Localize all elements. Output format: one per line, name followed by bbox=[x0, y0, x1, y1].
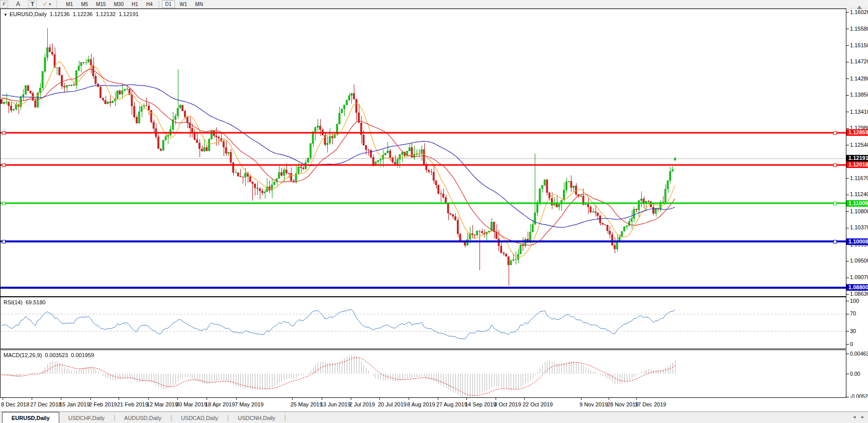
date-axis-tick-mark bbox=[379, 398, 380, 400]
date-axis-label: 20 Jul 2019 bbox=[378, 401, 407, 407]
level-price-badge: 1.10008 bbox=[846, 238, 868, 245]
timeframe-button-mn[interactable]: MN bbox=[191, 1, 207, 8]
timeframe-button-m30[interactable]: M30 bbox=[111, 1, 127, 8]
price-axis-tick-mark bbox=[846, 78, 849, 79]
date-axis-label: 27 Dec 2018 bbox=[30, 401, 61, 407]
symbol-tab-usdcad[interactable]: USDCAD,Daily bbox=[172, 412, 227, 423]
date-axis-label: 14 Sep 2019 bbox=[465, 401, 496, 407]
price-axis-tick-mark bbox=[846, 45, 849, 46]
tab-scroll-buttons: ◄ ► bbox=[852, 414, 865, 419]
date-axis-tick-mark bbox=[409, 398, 409, 400]
text-label-tool-icon[interactable]: T bbox=[28, 1, 37, 8]
price-axis-label: 1.10370 bbox=[850, 224, 868, 231]
rsi-axis-label: 100 bbox=[850, 298, 859, 304]
timeframe-button-h1[interactable]: H1 bbox=[128, 1, 142, 8]
price-axis-tick-mark bbox=[846, 145, 849, 145]
symbol-tab-usdcnh[interactable]: USDCNH,Daily bbox=[229, 412, 284, 423]
rsi-axis-label: 0 bbox=[850, 341, 853, 348]
date-axis-label: 2 Jul 2019 bbox=[349, 401, 375, 407]
price-axis-tick-mark bbox=[846, 278, 849, 278]
macd-axis-tick-mark bbox=[846, 354, 849, 354]
price-axis-label: 1.11670 bbox=[850, 175, 868, 182]
price-axis-label: 1.16020 bbox=[850, 9, 868, 16]
main-chart-canvas[interactable] bbox=[1, 9, 846, 296]
macd-panel: MACD(12,26,9)0.0035230.001959 bbox=[0, 350, 846, 398]
main-chart-panel: ▼EURUSD,Daily1.121361.122361.121321.1219… bbox=[0, 9, 846, 297]
date-axis-label: 8 Dec 2018 bbox=[1, 401, 29, 407]
date-axis-label: 25 May 2019 bbox=[291, 401, 323, 407]
date-axis-tick-mark bbox=[207, 398, 207, 400]
date-axis-tick-mark bbox=[322, 398, 322, 400]
date-axis-label: 8 Aug 2019 bbox=[407, 401, 435, 407]
macd-axis-label: 0.00463 bbox=[850, 351, 868, 357]
date-axis-label: 15 Jan 2019 bbox=[59, 401, 90, 407]
timeframe-button-d1[interactable]: D1 bbox=[162, 1, 175, 8]
date-axis-label: 21 Feb 2019 bbox=[117, 401, 148, 407]
current-price-badge: 1.12191 bbox=[846, 155, 868, 161]
rsi-axis-tick-mark bbox=[846, 344, 849, 345]
price-axis-label: 1.15580 bbox=[850, 26, 868, 32]
fibonacci-tool-icon[interactable]: F bbox=[0, 1, 8, 8]
symbol-dropdown-icon[interactable]: ▼ bbox=[4, 13, 8, 17]
chart-shift-marker-icon[interactable] bbox=[857, 6, 862, 9]
level-price-badge: 1.08800 bbox=[846, 284, 868, 291]
price-axis-label: 1.08630 bbox=[850, 291, 868, 297]
text-tool-icon[interactable]: A bbox=[14, 1, 22, 8]
toolbar-gripper[interactable] bbox=[56, 1, 58, 8]
arrows-tool-icon[interactable]: ✓ ▾ bbox=[43, 1, 51, 8]
level-price-badge: 1.12859 bbox=[846, 129, 868, 136]
symbol-tab-bar: EURUSD,DailyUSDCHF,Daily|AUDUSD,Daily|US… bbox=[0, 411, 868, 423]
symbol-tab-eurusd[interactable]: EURUSD,Daily bbox=[2, 412, 59, 423]
timeframe-button-m5[interactable]: M5 bbox=[77, 1, 91, 8]
date-axis-label: 30 Mar 2019 bbox=[176, 401, 207, 407]
timeframe-button-m15[interactable]: M15 bbox=[92, 1, 109, 8]
price-axis-label: 1.10800 bbox=[850, 208, 868, 215]
rsi-axis-tick-mark bbox=[846, 314, 849, 314]
rsi-canvas[interactable] bbox=[1, 297, 846, 349]
ohlc-low: 1.12132 bbox=[95, 11, 116, 17]
price-axis-tick-mark bbox=[846, 261, 849, 262]
rsi-axis-label: 30 bbox=[850, 328, 856, 334]
macd-main-value: 0.003523 bbox=[45, 352, 68, 358]
macd-axis-tick-mark bbox=[846, 397, 849, 397]
symbol-tab-audusd[interactable]: AUDUSD,Daily bbox=[115, 412, 170, 423]
date-axis-label: 17 Dec 2019 bbox=[635, 401, 666, 407]
rsi-axis-label: 70 bbox=[850, 310, 856, 317]
price-axis-tick-mark bbox=[846, 112, 849, 112]
dropdown-caret-icon: ▾ bbox=[49, 2, 51, 7]
price-axis-tick-mark bbox=[846, 29, 849, 29]
date-axis-tick-mark bbox=[609, 398, 609, 400]
date-axis-tick-mark bbox=[148, 398, 149, 400]
macd-axis-tick-mark bbox=[846, 374, 849, 374]
symbol-tab-usdchf[interactable]: USDCHF,Daily bbox=[59, 412, 114, 423]
tab-scroll-left-icon[interactable]: ◄ bbox=[852, 414, 856, 419]
date-axis-label: 18 Apr 2019 bbox=[205, 401, 235, 407]
tab-scroll-right-icon[interactable]: ► bbox=[860, 414, 865, 419]
date-axis-label: 28 Nov 2019 bbox=[607, 401, 638, 407]
price-axis[interactable]: 1.160201.155801.151501.147201.142801.138… bbox=[846, 9, 868, 398]
price-axis-label: 1.09500 bbox=[850, 258, 868, 264]
timeframe-button-m1[interactable]: M1 bbox=[62, 1, 76, 8]
macd-canvas[interactable] bbox=[1, 350, 846, 397]
date-axis-tick-mark bbox=[32, 398, 32, 400]
rsi-panel: RSI(14)69.5180 bbox=[0, 297, 846, 349]
date-axis-label: 2 Feb 2019 bbox=[89, 401, 117, 407]
timeframe-button-h4[interactable]: H4 bbox=[143, 1, 156, 8]
date-axis-tick-mark bbox=[636, 398, 637, 400]
timeframe-button-w1[interactable]: W1 bbox=[176, 1, 190, 8]
price-axis-tick-mark bbox=[846, 128, 849, 129]
ohlc-close: 1.12191 bbox=[119, 11, 139, 17]
level-price-badge: 1.11009 bbox=[846, 200, 868, 207]
date-axis-label: 7 May 2019 bbox=[235, 401, 263, 407]
price-axis-tick-mark bbox=[846, 195, 849, 195]
date-axis-tick-mark bbox=[119, 398, 119, 400]
ohlc-open: 1.12136 bbox=[50, 11, 70, 17]
date-axis-label: 13 Jun 2019 bbox=[320, 401, 351, 407]
timeframe-toolbar: M1M5M15M30H1H4D1W1MN bbox=[62, 1, 207, 8]
macd-axis-label: 0.00 bbox=[850, 371, 860, 377]
date-axis-tick-mark bbox=[496, 398, 496, 400]
price-axis-label: 1.13850 bbox=[850, 92, 868, 98]
price-axis-label: 1.14280 bbox=[850, 75, 868, 82]
date-axis[interactable]: 8 Dec 201827 Dec 201815 Jan 20192 Feb 20… bbox=[0, 398, 868, 411]
price-axis-tick-mark bbox=[846, 211, 849, 212]
